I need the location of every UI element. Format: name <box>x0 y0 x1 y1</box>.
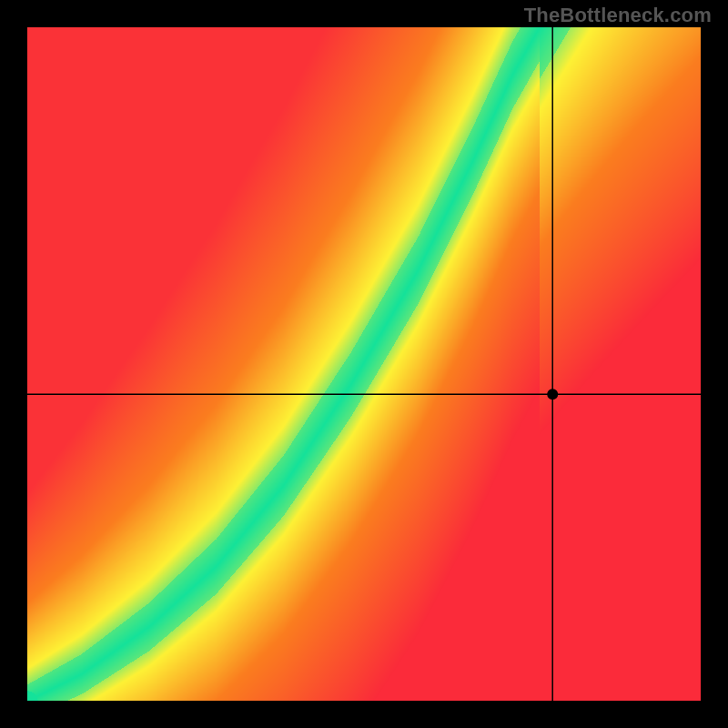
chart-container: TheBottleneck.com <box>0 0 728 728</box>
heatmap-canvas <box>0 0 728 728</box>
watermark-label: TheBottleneck.com <box>524 4 712 27</box>
